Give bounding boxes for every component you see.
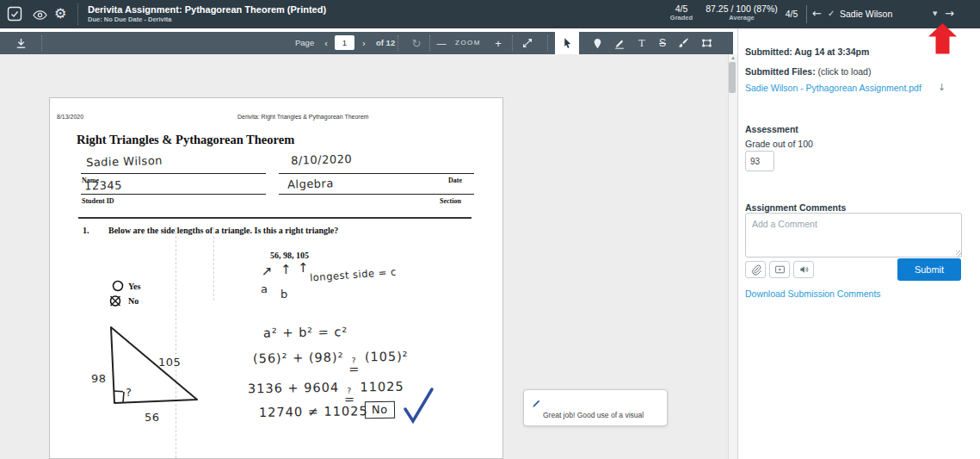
submission-file-link[interactable]: Sadie Wilson - Pythagorean Assignment.pd…: [745, 83, 921, 93]
strikeout-tool-icon[interactable]: S: [652, 32, 673, 54]
comment-text: Great job! Good use of a visual: [543, 411, 644, 419]
download-icon[interactable]: [10, 32, 31, 54]
red-arrow-annotation: [927, 23, 958, 58]
page-total: of 12: [376, 38, 395, 47]
equation-4: 12740 ≠ 11025: [259, 404, 368, 419]
highlight-pencil-icon[interactable]: [609, 32, 630, 54]
question-text: Below are the side lengths of a triangle…: [108, 226, 338, 235]
text-annotation-icon[interactable]: T: [632, 32, 652, 54]
section-divider: [78, 217, 472, 219]
question-number: 1.: [83, 226, 89, 235]
student-dropdown[interactable]: Sadie Wilson: [840, 9, 892, 19]
scrollbar-thumb[interactable]: [729, 62, 736, 93]
blue-checkmark-icon: [403, 387, 435, 430]
nav-divider: [806, 5, 807, 23]
handwritten-note: longest side = c: [310, 265, 398, 283]
worksheet-title: Right Triangles & Pythagorean Theorem: [77, 133, 294, 147]
scan-artifact-line: [213, 227, 214, 301]
gear-icon[interactable]: ⚙: [54, 6, 66, 22]
document-viewer: 8/13/2020 Derivita: Right Triangles & Py…: [0, 54, 738, 459]
triangle-left-side-label: 98: [91, 372, 107, 385]
no-radio-crossed-icon: [108, 295, 122, 307]
comment-input[interactable]: [745, 213, 962, 257]
handwritten-label-a: a: [261, 282, 268, 295]
handwritten-arrow: ↑: [280, 262, 292, 277]
toolbar-divider: [547, 35, 548, 51]
assessment-heading: Assessment: [745, 124, 798, 134]
assignment-title-block: Derivita Assignment: Pythagorean Theorem…: [88, 3, 326, 24]
file-download-icon[interactable]: ↓: [938, 82, 946, 93]
free-draw-brush-icon[interactable]: [673, 32, 693, 54]
worksheet-page: 8/13/2020 Derivita: Right Triangles & Py…: [49, 97, 503, 459]
yes-label: Yes: [128, 282, 140, 291]
fullscreen-icon[interactable]: [518, 32, 537, 54]
scrollbar-up-arrow[interactable]: ▲: [730, 55, 736, 60]
viewer-scrollbar[interactable]: ▲: [728, 54, 737, 459]
prev-student-button[interactable]: ←: [812, 7, 822, 20]
top-bar: ⚙ Derivita Assignment: Pythagorean Theor…: [0, 0, 980, 28]
annotation-comment-card[interactable]: Great job! Good use of a visual: [523, 389, 668, 426]
yes-radio-icon: [112, 280, 124, 292]
date-label: Date: [448, 177, 462, 184]
average-label: Average: [695, 14, 788, 22]
handwritten-date: 8/10/2020: [291, 152, 353, 167]
grading-sidebar: Submitted: Aug 14 at 3:34pm Submitted Fi…: [737, 28, 980, 459]
zoom-label: ZOOM: [455, 39, 481, 47]
page-prev-button[interactable]: ‹: [320, 32, 332, 54]
average-value: 87.25 / 100 (87%): [695, 3, 788, 14]
student-id-label: Student ID: [82, 197, 114, 205]
student-id-line: [81, 194, 266, 195]
zoom-out-button[interactable]: —: [435, 32, 448, 54]
page-label: Page: [295, 38, 314, 47]
student-position-count: 4/5: [779, 9, 804, 19]
toolbar-divider: [398, 35, 398, 51]
handwritten-section: Algebra: [287, 177, 334, 190]
topbar-divider: [77, 3, 78, 25]
submitted-timestamp: Submitted: Aug 14 at 3:34pm: [745, 47, 869, 57]
assignment-comments-heading: Assignment Comments: [745, 202, 846, 213]
side-lengths: 56, 98, 105: [270, 251, 309, 260]
point-annotation-icon[interactable]: [587, 32, 607, 54]
triangle-bottom-label: 56: [145, 411, 160, 424]
handwritten-student-id: 12345: [84, 178, 122, 192]
speedgrader-app: ⚙ Derivita Assignment: Pythagorean Theor…: [0, 0, 980, 459]
handwritten-name: Sadie Wilson: [86, 154, 163, 169]
handwritten-arrow: ↗: [262, 264, 273, 279]
section-label: Section: [440, 197, 461, 205]
audio-comment-icon[interactable]: [793, 261, 814, 278]
eye-icon[interactable]: [33, 9, 47, 24]
handwritten-arrow: ↑: [298, 260, 309, 276]
name-line: [81, 173, 266, 174]
media-comment-icon[interactable]: [769, 261, 790, 278]
chevron-down-icon[interactable]: ▼: [933, 10, 937, 17]
rotate-icon[interactable]: ↻: [408, 32, 425, 54]
equation-1: a² + b² = c²: [263, 325, 348, 339]
submit-button[interactable]: Submit: [897, 258, 961, 281]
zoom-in-button[interactable]: +: [491, 32, 505, 54]
next-student-button[interactable]: →: [945, 7, 954, 20]
comment-pen-icon: [532, 396, 540, 412]
assignment-title: Derivita Assignment: Pythagorean Theorem…: [88, 3, 326, 16]
toolbar-divider: [429, 35, 430, 51]
assignment-due-date: Due: No Due Date - Derivita: [88, 16, 326, 24]
speedgrader-logo-icon[interactable]: [7, 6, 22, 25]
graded-check-icon: ✓: [828, 9, 835, 18]
select-cursor-tool[interactable]: [555, 32, 579, 54]
doc-header-date: 8/13/2020: [57, 114, 83, 120]
handwritten-label-b: b: [280, 288, 288, 301]
page-next-button[interactable]: ›: [358, 32, 370, 54]
grade-out-of-label: Grade out of 100: [745, 139, 813, 149]
handwritten-triangle-sketch: [100, 324, 205, 415]
grade-input[interactable]: [745, 151, 774, 171]
average-stat: 87.25 / 100 (87%) Average: [695, 0, 788, 22]
paperclip-icon[interactable]: [745, 261, 766, 278]
download-submission-comments-link[interactable]: Download Submission Comments: [745, 288, 881, 299]
section-line: [279, 194, 474, 195]
date-line: [279, 173, 474, 174]
equation-2: (56)² + (98)² ?= (105)²: [253, 350, 409, 376]
triangle-hypotenuse-label: 105: [158, 356, 181, 369]
doc-header-title: Derivita: Right Triangles & Pythagorean …: [237, 114, 368, 120]
area-selection-icon[interactable]: [695, 32, 718, 54]
submitted-files-label: Submitted Files: (click to load): [745, 66, 871, 77]
page-number-input[interactable]: [335, 35, 354, 50]
